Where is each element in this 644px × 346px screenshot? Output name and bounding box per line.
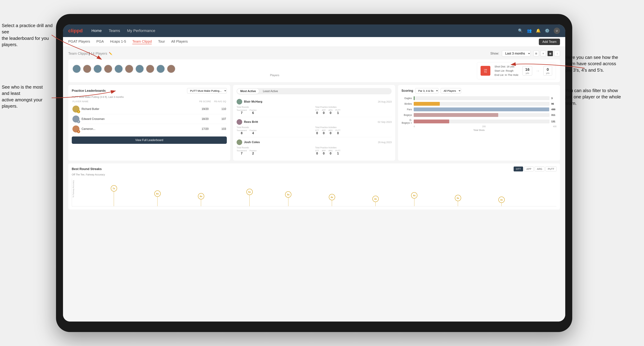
player-avatar-3[interactable] [94,65,102,73]
scoring-title: Scoring [402,89,413,93]
streak-pin-8: 4x [411,192,418,206]
activities-label-1: Total Practice Activities [315,106,392,108]
user-avatar[interactable]: U [554,28,560,34]
most-active-tab[interactable]: Most Active [237,89,259,94]
nav-teams[interactable]: Teams [109,28,120,33]
scoring-card: Scoring Par 3, 4 & 5s All Players Eagles [398,85,560,161]
list-item: Blair McHarg 26 Aug 2023 Total Rounds To… [236,97,392,117]
search-icon[interactable]: 🔍 [518,28,523,33]
arg-col-1: ARG 0 [328,109,333,115]
list-item: Josh Coles 26 Aug 2023 Total Rounds Tour… [236,137,392,158]
team-title: Team Clippd | 14 Players [68,51,107,56]
streak-pin-5: 5x [285,191,292,206]
players-label: Players [72,74,477,77]
dbogeys-track [414,120,550,123]
eagles-track [414,96,550,100]
yard-box-2: 0 yds [544,66,552,76]
player-avatar-6[interactable] [125,65,133,73]
show-filter: Show: Last 3 months ⊞ ≡ ▦ ↕ [490,50,560,57]
app-filter-btn[interactable]: APP [524,167,534,172]
edit-icon[interactable]: ✏️ [109,52,112,55]
shot-dist-label: Shot Dist: 16 yds [494,64,518,69]
practice-activities-group-1: Total Practice Activities OTT 0 APP 0 [315,106,392,115]
sort-btn[interactable]: ↕ [554,51,560,56]
player-avatar-1[interactable] [72,65,81,73]
putt-filter-btn[interactable]: PUTT [546,167,556,172]
grid-view-btn[interactable]: ⊞ [534,51,539,56]
ott-col-3: OTT 0 [315,150,319,155]
annotation-left2: See who is the most and least active amo… [2,84,51,109]
subnav-hcaps[interactable]: Hcaps 1-5 [110,39,126,44]
player-avatar-8[interactable] [146,65,154,73]
annotation-right2: You can also filter to show just one pla… [565,87,639,106]
player-avatar-2[interactable] [83,65,91,73]
three-columns: Practice Leaderboards PUTT Must Make Put… [68,85,560,161]
player-avatar-4[interactable] [104,65,112,73]
player-act-header-3: Josh Coles 26 Aug 2023 [236,140,392,145]
player-act-name-2: Rees Britt [236,119,258,125]
lb-avatar-1: 1 [72,106,80,113]
tournament-col-1: Tournament 7 [236,109,247,115]
table-row: 1 Richard Butler 19/20 110 [72,104,227,114]
subnav-pgat[interactable]: PGAT Players [68,39,90,44]
subnav-pga[interactable]: PGA [96,39,104,44]
people-icon[interactable]: 👥 [527,28,532,33]
card-view-btn[interactable]: ▦ [548,51,553,56]
rank-badge-3: 3 [77,130,80,133]
nav-home[interactable]: Home [91,28,102,33]
list-view-btn[interactable]: ≡ [540,51,546,56]
streak-line-6 [332,200,332,206]
scoring-player-dropdown[interactable]: All Players [441,88,461,93]
practice-col-3: Practice 2 [250,150,256,155]
total-rounds-label-1: Total Rounds [236,106,313,108]
activities-label-2: Total Practice Activities [315,126,392,129]
leaderboard-drill-dropdown[interactable]: PUTT Must Make Putting... [187,88,227,93]
bogeys-val: 311 [551,114,556,116]
streaks-chart: % Fairway Accuracy 7x 6x 6x [72,178,556,206]
player-avatar-7[interactable] [136,65,144,73]
eagles-bar-row: Eagles 3 [402,96,556,100]
streak-bubble-9: 3x [455,195,461,201]
lb-avatar-2: 2 [72,116,80,123]
player-info-cell-1: 1 Richard Butler [72,106,198,113]
ipad-screen: clippd Home Teams My Performance 🔍 👥 🔔 ⚙… [63,24,565,322]
tournament-col-3: Tournament 7 [236,150,247,155]
table-row: 3 Cameron... 17/20 103 [72,124,227,134]
settings-icon[interactable]: ⚙️ [545,28,550,33]
scoring-par-dropdown[interactable]: Par 3, 4 & 5s [415,88,438,93]
player-avatar-10[interactable] [167,65,175,73]
ott-filter-btn[interactable]: OTT [514,167,523,172]
subnav-tour[interactable]: Tour [158,39,165,44]
show-label: Show: [490,52,499,55]
putt-col-1: PUTT 1 [336,109,340,115]
arg-filter-btn[interactable]: ARG [534,167,544,172]
least-active-tab[interactable]: Least Active [260,89,281,94]
shot-badge: 198 SQ [480,66,490,76]
nav-performance[interactable]: My Performance [127,28,155,33]
total-rounds-group-1: Total Rounds Tournament 7 Practice 6 [236,106,313,115]
player-act-date-3: 26 Aug 2023 [378,141,392,144]
subnav-teamclippd[interactable]: Team Clippd [132,39,152,44]
time-filter-dropdown[interactable]: Last 3 months [502,50,530,57]
nav-links: Home Teams My Performance [91,28,518,33]
practice-col-2: Practice 4 [250,129,256,135]
player-info-cell-3: 3 Cameron... [72,126,198,133]
eagles-label: Eagles [402,97,412,100]
scoring-header: Scoring Par 3, 4 & 5s All Players [402,88,556,93]
bell-icon[interactable]: 🔔 [536,28,540,33]
subnav-allplayers[interactable]: All Players [171,39,188,44]
streak-pin-1: 7x [111,185,117,206]
player-act-name-1: Blair McHarg [236,99,262,105]
player-name-1: Richard Butler [82,107,99,111]
player-avatar-9[interactable] [156,65,165,73]
streak-bubble-4: 5x [246,189,253,195]
app-col-2: APP 0 [322,129,326,135]
add-team-button[interactable]: Add Team [539,39,560,45]
start-lie-label: Start Lie: Rough [494,69,518,73]
player-avatar-5[interactable] [114,65,123,73]
view-leaderboard-button[interactable]: View Full Leaderboard [72,137,227,144]
sub-nav-links: PGAT Players PGA Hcaps 1-5 Team Clippd T… [68,39,539,44]
streak-pin-9: 3x [455,195,461,206]
pars-label: Pars [402,108,412,111]
end-lie-label: End Lie: In The Hole [494,73,518,77]
